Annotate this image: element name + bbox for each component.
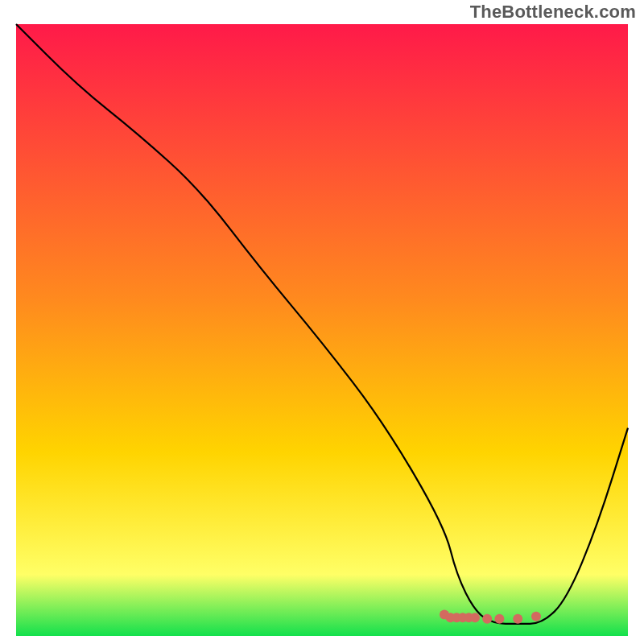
highlight-dot [494,614,504,624]
bottleneck-chart [0,0,644,644]
highlight-dot [531,612,541,621]
highlight-dot [513,614,522,624]
highlight-dot [470,613,480,622]
gradient-plot-area [16,24,628,636]
chart-container: TheBottleneck.com [0,0,644,644]
highlight-dot [482,614,492,624]
